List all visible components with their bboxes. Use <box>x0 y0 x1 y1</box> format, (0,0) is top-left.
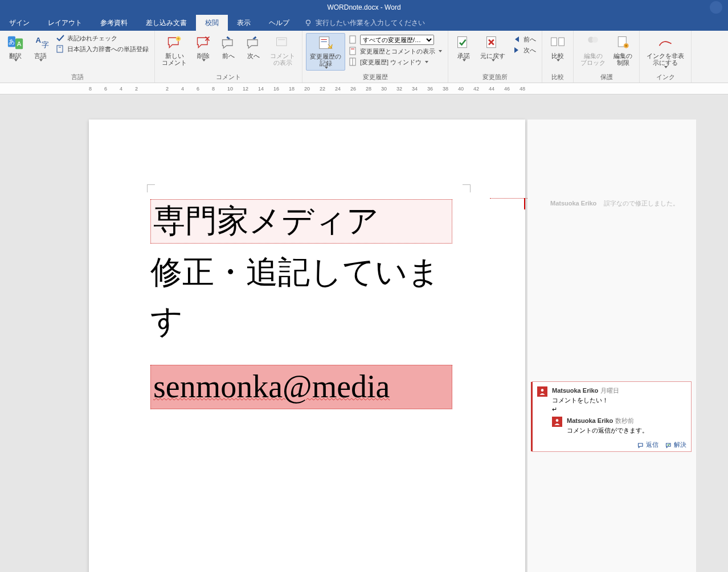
svg-rect-21 <box>350 47 355 55</box>
ruler-mark: 30 <box>381 86 387 92</box>
document-page[interactable]: 専門家メディア 修正・追記していま す senmonka@media <box>89 120 525 572</box>
lock-icon <box>615 34 632 51</box>
language-button[interactable]: A字 言語 <box>28 33 52 63</box>
display-for-review-select[interactable]: すべての変更履歴/… <box>360 35 434 45</box>
collapsed-comment[interactable]: Matsuoka Eriko 誤字なので修正しました。 <box>550 199 692 208</box>
ruler-mark: 40 <box>458 86 464 92</box>
ruler-mark: 8 <box>212 86 215 92</box>
ruler-mark: 20 <box>304 86 310 92</box>
prev-comment-button[interactable]: 前へ <box>216 33 240 60</box>
tab-layout[interactable]: レイアウト <box>39 15 91 31</box>
ribbon-group-protect: 編集の ブロック 編集の 制限 保護 <box>574 31 640 83</box>
ruler-mark: 22 <box>320 86 325 92</box>
prev-icon <box>512 35 521 44</box>
tell-me-search[interactable]: 実行したい作業を入力してください <box>304 18 425 28</box>
tab-help[interactable]: ヘルプ <box>260 15 298 31</box>
comment-author: Matsuoka Eriko <box>567 417 613 424</box>
tab-references[interactable]: 参考資料 <box>91 15 137 31</box>
show-comments-button: コメント の表示 <box>267 33 298 67</box>
reject-icon <box>484 34 501 51</box>
svg-text:A: A <box>17 40 22 47</box>
resolve-icon <box>665 442 672 448</box>
ribbon-group-ink: インクを非表 示にする インク <box>640 31 692 83</box>
language-icon: A字 <box>32 34 49 51</box>
resolve-button[interactable]: 解決 <box>665 441 686 449</box>
svg-rect-30 <box>559 38 565 46</box>
svg-text:A: A <box>36 36 42 44</box>
tab-design[interactable]: ザイン <box>0 15 39 31</box>
next-change-button[interactable]: 次へ <box>510 45 538 55</box>
ruler-mark: 42 <box>473 86 479 92</box>
delete-comment-button[interactable]: 削除 <box>191 33 215 63</box>
ribbon-group-comments: 新しい コメント 削除 前へ 次へ コメント の表示 コメント <box>155 31 302 83</box>
svg-rect-15 <box>277 38 287 46</box>
ribbon-group-compare: 比較 比較 <box>542 31 574 83</box>
ruler-mark: 46 <box>504 86 510 92</box>
ruler-mark: 6 <box>197 86 199 92</box>
revision-bar <box>524 198 525 209</box>
show-comments-icon <box>274 34 291 51</box>
next-comment-button[interactable]: 次へ <box>242 33 265 60</box>
lightbulb-icon <box>304 19 312 27</box>
restrict-editing-button[interactable]: 編集の 制限 <box>610 33 636 67</box>
check-icon <box>56 34 65 43</box>
comment-item[interactable]: Matsuoka Eriko月曜日 コメントをしたい！ ↵ <box>537 386 686 413</box>
reviewing-pane-button[interactable]: [変更履歴] ウィンドウ <box>346 57 444 67</box>
ruler-mark: 48 <box>520 86 525 92</box>
next-icon <box>512 46 521 55</box>
svg-rect-20 <box>350 36 355 43</box>
reply-button[interactable]: 返信 <box>637 441 659 449</box>
horizontal-ruler[interactable]: 8642246810121416182022242628303234363840… <box>0 83 728 94</box>
tab-review[interactable]: 校閲 <box>196 15 228 31</box>
body-line-3[interactable]: す <box>150 301 452 342</box>
ruler-mark: 38 <box>443 86 448 92</box>
hide-ink-button[interactable]: インクを非表 示にする <box>643 33 688 69</box>
document-body[interactable]: 専門家メディア 修正・追記していま す senmonka@media <box>150 199 452 409</box>
ruler-mark: 12 <box>243 86 248 92</box>
accept-button[interactable]: 承諾 <box>452 33 476 63</box>
ruler-mark: 16 <box>273 86 279 92</box>
ruler-mark: 18 <box>289 86 295 92</box>
ruler-mark: 24 <box>335 86 341 92</box>
user-avatar-icon[interactable] <box>710 1 722 14</box>
comment-reply-item[interactable]: Matsuoka Eriko数秒前 コメントの返信ができます。 <box>552 417 686 435</box>
tell-me-placeholder: 実行したい作業を入力してください <box>316 18 425 28</box>
compare-button[interactable]: 比較 <box>546 33 570 63</box>
ruler-mark: 36 <box>427 86 433 92</box>
svg-point-36 <box>541 389 544 392</box>
body-line-2[interactable]: 修正・追記していま <box>150 244 452 301</box>
display-for-review-dropdown[interactable]: すべての変更履歴/… <box>346 34 444 46</box>
ruler-mark: 28 <box>366 86 371 92</box>
delete-comment-icon <box>195 34 212 51</box>
expression-check-button[interactable]: 表記ゆれチェック <box>54 33 151 43</box>
comment-thread[interactable]: Matsuoka Eriko月曜日 コメントをしたい！ ↵ Matsuoka E… <box>532 381 692 452</box>
comment-cursor: ↵ <box>552 406 686 413</box>
group-label-tracking: 変更履歴 <box>363 73 388 81</box>
track-changes-button[interactable]: 変更履歴の 記録 <box>306 33 345 71</box>
show-markup-button[interactable]: 変更履歴とコメントの表示 <box>346 46 444 56</box>
revised-line-1[interactable]: 専門家メディア <box>150 199 452 244</box>
prev-comment-icon <box>220 34 237 51</box>
comment-time: 数秒前 <box>615 417 634 424</box>
tab-view[interactable]: 表示 <box>228 15 260 31</box>
ribbon: あA 翻訳 A字 言語 表記ゆれチェック 日本語入力辞書への単語登録 <box>0 31 728 83</box>
ruler-mark: 4 <box>120 86 122 92</box>
svg-point-32 <box>592 37 598 43</box>
ribbon-group-language: あA 翻訳 A字 言語 表記ゆれチェック 日本語入力辞書への単語登録 <box>0 31 155 83</box>
svg-rect-8 <box>57 46 63 52</box>
tab-mailings[interactable]: 差し込み文書 <box>137 15 196 31</box>
accept-icon <box>455 34 472 51</box>
group-label-compare: 比較 <box>551 73 564 81</box>
group-label-ink: インク <box>656 73 675 81</box>
block-icon <box>584 34 602 51</box>
prev-change-button[interactable]: 前へ <box>510 34 538 44</box>
ime-dictionary-button[interactable]: 日本語入力辞書への単語登録 <box>54 44 151 54</box>
ribbon-group-changes: 承諾 元に戻す 前へ 次へ 変更箇所 <box>448 31 542 83</box>
new-comment-button[interactable]: 新しい コメント <box>158 33 190 67</box>
reject-button[interactable]: 元に戻す <box>477 33 509 63</box>
dictionary-icon <box>56 44 65 54</box>
revised-line-4[interactable]: senmonka@media <box>150 365 452 409</box>
ribbon-tabs: ザイン レイアウト 参考資料 差し込み文書 校閲 表示 ヘルプ 実行したい作業を… <box>0 15 728 31</box>
ink-icon <box>657 34 674 51</box>
translate-button[interactable]: あA 翻訳 <box>3 33 27 63</box>
